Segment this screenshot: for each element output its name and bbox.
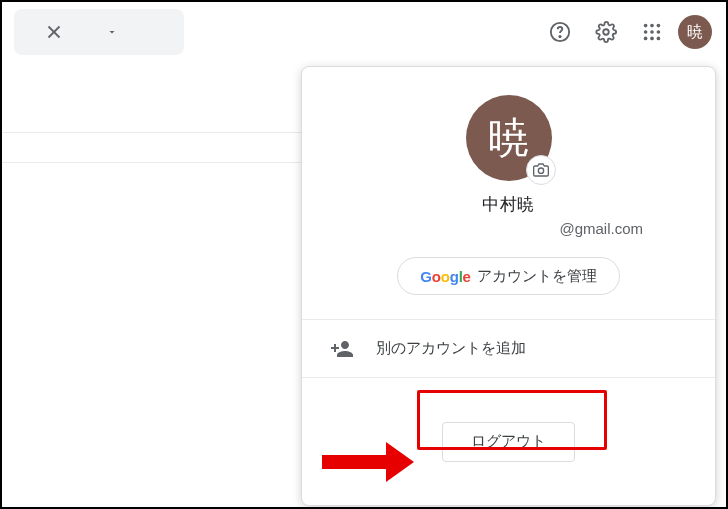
close-icon[interactable]	[34, 12, 74, 52]
help-icon[interactable]	[540, 12, 580, 52]
dropdown-caret-icon[interactable]	[102, 12, 122, 52]
svg-point-5	[644, 24, 648, 28]
change-photo-button[interactable]	[526, 155, 556, 185]
manage-account-button[interactable]: Google アカウントを管理	[397, 257, 620, 295]
annotation-highlight	[417, 390, 607, 450]
popup-profile-section: 暁 中村暁 @gmail.com Google アカウントを管理	[302, 67, 715, 320]
svg-point-10	[657, 30, 661, 34]
svg-point-3	[559, 36, 560, 37]
avatar-large-wrap: 暁	[466, 95, 552, 181]
account-avatar-small[interactable]: 暁	[678, 15, 712, 49]
svg-point-6	[650, 24, 654, 28]
svg-point-4	[603, 29, 609, 35]
camera-icon	[533, 162, 549, 178]
settings-gear-icon[interactable]	[586, 12, 626, 52]
svg-point-7	[657, 24, 661, 28]
manage-account-label: アカウントを管理	[477, 267, 597, 286]
svg-point-14	[538, 168, 543, 173]
add-account-row[interactable]: 別のアカウントを追加	[302, 320, 715, 378]
avatar-initial: 暁	[687, 22, 703, 43]
svg-point-12	[650, 37, 654, 41]
topbar: 暁	[2, 2, 726, 62]
avatar-initial: 暁	[488, 110, 530, 166]
apps-grid-icon[interactable]	[632, 12, 672, 52]
person-add-icon	[330, 337, 354, 361]
annotation-arrow	[322, 442, 414, 482]
search-options-pill	[14, 9, 184, 55]
header-right-icons: 暁	[540, 12, 712, 52]
svg-point-8	[644, 30, 648, 34]
account-email: @gmail.com	[559, 220, 695, 237]
account-display-name: 中村暁	[482, 193, 535, 216]
list-divider	[2, 162, 302, 163]
list-divider	[2, 132, 302, 133]
svg-point-9	[650, 30, 654, 34]
svg-point-11	[644, 37, 648, 41]
add-account-label: 別のアカウントを追加	[376, 339, 526, 358]
arrow-head-icon	[386, 442, 414, 482]
arrow-stem	[322, 455, 386, 469]
google-logo-text: Google	[420, 268, 471, 285]
svg-point-13	[657, 37, 661, 41]
account-popup: 暁 中村暁 @gmail.com Google アカウントを管理 別のアカウント…	[301, 66, 716, 506]
